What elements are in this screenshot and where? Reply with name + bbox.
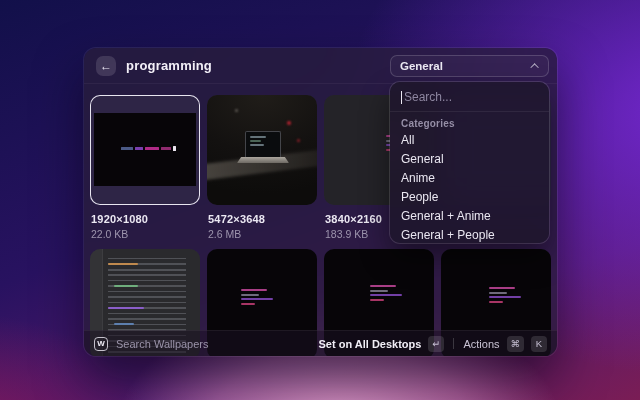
back-button[interactable]: ←	[96, 56, 116, 76]
category-option-general[interactable]: General	[390, 150, 549, 169]
category-option-general-people[interactable]: General + People	[390, 226, 549, 243]
wallpaper-search-window: ← programming General 1920×1080 22.0 KB	[84, 48, 557, 356]
footer-divider	[453, 338, 454, 349]
command-key-icon: ⌘	[507, 336, 525, 352]
category-option-people[interactable]: People	[390, 188, 549, 207]
thumbnail-image	[207, 95, 317, 205]
category-dropdown-panel: Search... Categories All General Anime P…	[390, 82, 549, 243]
wallpaper-filesize: 22.0 KB	[91, 228, 199, 240]
category-dropdown-button[interactable]: General	[390, 55, 549, 77]
category-dropdown-value: General	[400, 60, 443, 72]
k-key-icon: K	[531, 336, 547, 352]
actions-menu-button[interactable]: Actions	[463, 338, 499, 350]
page-title: programming	[126, 58, 212, 73]
enter-key-icon: ↵	[428, 336, 444, 352]
action-bar: W Search Wallpapers Set on All Desktops …	[84, 330, 557, 356]
thumbnail-image	[94, 113, 196, 186]
wallpaper-card-2: 5472×3648 2.6 MB	[207, 95, 317, 240]
footer-actions: Set on All Desktops ↵ Actions ⌘ K	[319, 336, 547, 352]
wallpaper-thumbnail-2[interactable]	[207, 95, 317, 205]
wallhaven-app-icon: W	[94, 337, 108, 351]
primary-action-button[interactable]: Set on All Desktops	[319, 338, 422, 350]
desktop: { "window": { "header": { "title": "prog…	[0, 0, 640, 400]
text-caret	[401, 91, 402, 104]
wallpaper-filesize: 2.6 MB	[208, 228, 316, 240]
wallpaper-thumbnail-1[interactable]	[90, 95, 200, 205]
categories-section-label: Categories	[390, 112, 549, 131]
wallpaper-card-1: 1920×1080 22.0 KB	[90, 95, 200, 240]
chevron-up-icon	[530, 63, 538, 71]
category-option-anime[interactable]: Anime	[390, 169, 549, 188]
window-header: ← programming General	[84, 48, 557, 84]
category-search-input[interactable]: Search...	[390, 82, 549, 112]
back-arrow-icon: ←	[100, 60, 112, 72]
category-option-general-anime[interactable]: General + Anime	[390, 207, 549, 226]
app-name-label: Search Wallpapers	[116, 338, 209, 350]
category-option-all[interactable]: All	[390, 131, 549, 150]
wallpaper-resolution: 5472×3648	[208, 213, 316, 225]
search-placeholder: Search...	[404, 90, 452, 104]
wallpaper-resolution: 1920×1080	[91, 213, 199, 225]
